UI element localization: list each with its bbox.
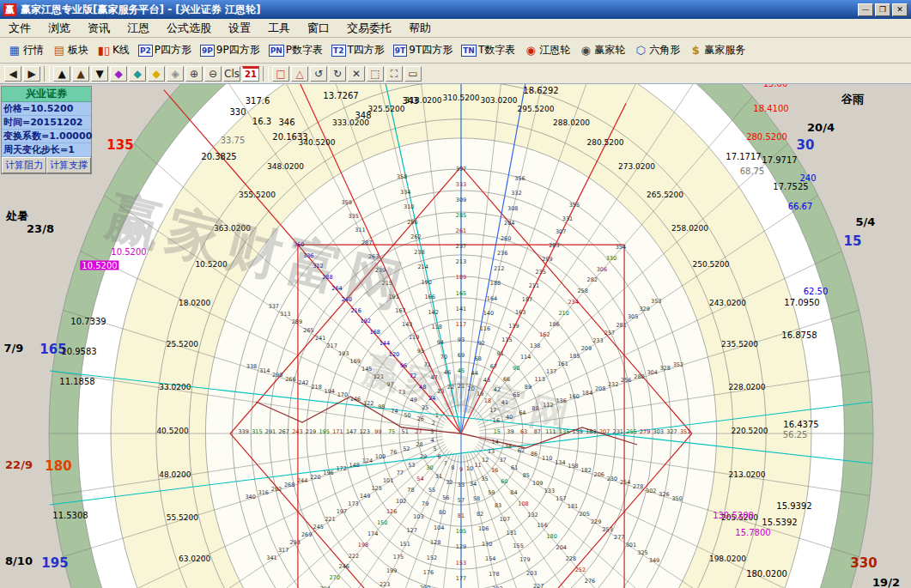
zoom-in-button[interactable]: ⊕ (185, 66, 203, 82)
p-square-button[interactable]: P2P四方形 (135, 40, 195, 60)
gann-wheel-canvas[interactable]: 10.520018.020025.520033.020040.520048.02… (0, 0, 911, 588)
svg-text:185: 185 (569, 353, 580, 360)
svg-text:128: 128 (430, 539, 440, 546)
t-number-table-button[interactable]: TNT数字表 (458, 40, 519, 60)
diamond-purple-tool[interactable]: ◆ (110, 66, 127, 82)
svg-text:96: 96 (400, 362, 407, 369)
dashed-rect-tool[interactable]: ⬚ (367, 66, 384, 82)
svg-text:55.5200: 55.5200 (167, 513, 198, 522)
winner-service-button[interactable]: $赢家服务 (685, 40, 749, 60)
svg-text:82: 82 (477, 511, 483, 518)
menu-item[interactable]: 文件 (0, 21, 39, 36)
forward-button[interactable]: ▶ (23, 66, 40, 82)
menu-item[interactable]: 公式选股 (158, 21, 220, 36)
svg-text:210: 210 (558, 310, 568, 317)
svg-text:94: 94 (437, 339, 444, 346)
svg-text:66: 66 (503, 376, 510, 383)
menu-item[interactable]: 窗口 (299, 21, 338, 36)
svg-text:153: 153 (456, 560, 466, 567)
calc-resistance-button[interactable]: 计算阻力 (2, 157, 46, 173)
pyramid-down-tool[interactable]: ▼ (91, 66, 108, 82)
delete-tool[interactable]: ✕ (348, 66, 365, 82)
svg-text:98: 98 (378, 403, 385, 410)
svg-text:336: 336 (303, 252, 313, 259)
svg-text:134: 134 (555, 459, 565, 466)
svg-text:171: 171 (332, 428, 343, 435)
svg-text:160: 160 (569, 393, 580, 400)
menu-item[interactable]: 浏览 (39, 21, 79, 36)
svg-text:142: 142 (428, 309, 438, 316)
info-row: 时间=20151202 (2, 116, 91, 130)
svg-text:328: 328 (659, 365, 670, 372)
svg-text:293: 293 (289, 539, 300, 546)
svg-text:62: 62 (518, 447, 525, 454)
svg-text:47: 47 (431, 374, 438, 381)
svg-text:48.0200: 48.0200 (159, 470, 191, 479)
svg-text:206: 206 (594, 471, 604, 478)
svg-text:65: 65 (513, 391, 519, 398)
gann-wheel-button[interactable]: ◉江恩轮 (520, 40, 574, 60)
svg-text:245: 245 (313, 524, 324, 530)
rect-tool[interactable]: □ (272, 66, 289, 82)
menu-item[interactable]: 帮助 (400, 21, 440, 36)
svg-text:295.5200: 295.5200 (518, 105, 555, 113)
menu-item[interactable]: 江恩 (118, 21, 158, 36)
svg-text:112: 112 (543, 402, 553, 409)
svg-text:143: 143 (402, 321, 412, 328)
p-number-table-button[interactable]: PNP数字表 (265, 40, 326, 60)
svg-text:174: 174 (367, 530, 378, 537)
gann-wheel-chart[interactable]: 10.520018.020025.520033.020040.520048.02… (0, 0, 911, 588)
menu-item[interactable]: 设置 (220, 21, 259, 36)
winner-wheel-button[interactable]: ◉赢家轮 (575, 40, 629, 60)
draw-pen-tool[interactable]: ▲ (72, 66, 89, 82)
diamond-yellow-tool[interactable]: ◆ (148, 66, 165, 82)
zoom-out-button[interactable]: ⊖ (204, 66, 222, 82)
svg-text:35: 35 (481, 476, 488, 482)
menu-item[interactable]: 工具 (259, 21, 299, 36)
cls-button[interactable]: Cls (223, 66, 240, 82)
calc-support-button[interactable]: 计算支撑 (46, 157, 91, 173)
screen-tool[interactable]: ▭ (404, 66, 422, 82)
triangle-tool[interactable]: △ (291, 66, 308, 82)
menu-item[interactable]: 交易委托 (338, 21, 400, 36)
calendar-21-button[interactable]: 21 (242, 66, 259, 82)
svg-text:308: 308 (507, 205, 518, 212)
svg-text:103: 103 (413, 513, 423, 520)
kline-button[interactable]: ▮▯K线 (94, 40, 133, 60)
nine-p-square-button[interactable]: 9P9P四方形 (197, 40, 264, 60)
svg-text:13: 13 (488, 448, 495, 455)
svg-text:334: 334 (400, 189, 410, 196)
minimize-button[interactable]: — (858, 3, 873, 16)
svg-text:135: 135 (559, 428, 569, 435)
svg-text:270: 270 (329, 574, 339, 581)
undo-button[interactable]: ↺ (310, 66, 327, 82)
svg-text:292: 292 (271, 486, 282, 493)
diamond-teal-tool[interactable]: ◆ (129, 66, 146, 82)
nine-t-square-button[interactable]: 9T9T四方形 (390, 40, 456, 60)
menu-item[interactable]: 资讯 (79, 21, 118, 36)
redo-button[interactable]: ↻ (329, 66, 346, 82)
toolbar-label: 江恩轮 (539, 43, 570, 58)
svg-text:256: 256 (621, 377, 631, 384)
toolbar-label: 板块 (68, 43, 88, 58)
maximize-button[interactable]: ❐ (875, 3, 890, 16)
svg-text:100: 100 (375, 453, 386, 460)
svg-text:69: 69 (458, 352, 465, 359)
t-square-button[interactable]: T2T四方形 (328, 40, 388, 60)
svg-text:341: 341 (266, 555, 276, 561)
hexagon-button[interactable]: ⬡六角形 (630, 40, 683, 60)
svg-text:156: 156 (537, 522, 547, 529)
back-button[interactable]: ◀ (4, 66, 21, 82)
pyramid-up-tool[interactable]: ▲ (53, 66, 70, 82)
svg-text:302: 302 (646, 488, 656, 494)
svg-text:227: 227 (533, 583, 544, 588)
market-quotes-button[interactable]: ▦行情 (4, 40, 47, 60)
close-button[interactable]: ✕ (892, 3, 908, 16)
svg-text:113: 113 (534, 376, 544, 383)
svg-text:11: 11 (474, 462, 481, 469)
svg-text:83: 83 (495, 502, 501, 509)
crosshair-tool[interactable]: ⛶ (386, 66, 403, 82)
diamond-gray-tool[interactable]: ◈ (167, 66, 184, 82)
hex-icon: ⬡ (634, 44, 647, 58)
sectors-button[interactable]: ▤板块 (49, 40, 92, 60)
